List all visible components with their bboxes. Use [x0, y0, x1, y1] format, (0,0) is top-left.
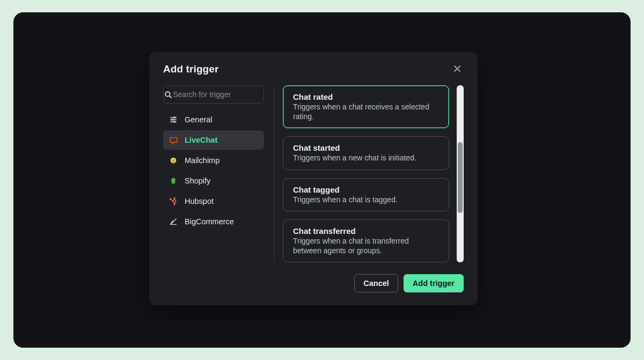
add-trigger-button[interactable]: Add trigger — [404, 274, 464, 292]
sidebar-item-shopify[interactable]: Shopify — [163, 171, 264, 190]
trigger-description: Triggers when a chat is tagged. — [293, 195, 439, 205]
sliders-icon — [169, 115, 178, 124]
chat-icon — [169, 135, 178, 145]
svg-point-3 — [174, 121, 175, 123]
category-list: General LiveChat Mailchimp — [163, 110, 264, 231]
modal-body: General LiveChat Mailchimp — [149, 85, 478, 263]
trigger-title: Chat rated — [293, 92, 439, 101]
sidebar-item-label: BigCommerce — [185, 217, 234, 226]
sidebar-item-bigcommerce[interactable]: BigCommerce — [163, 212, 264, 231]
sidebar-item-hubspot[interactable]: Hubspot — [163, 192, 264, 211]
close-icon — [453, 64, 462, 75]
svg-point-6 — [174, 159, 175, 160]
trigger-card-chat-tagged[interactable]: Chat tagged Triggers when a chat is tagg… — [283, 178, 449, 212]
modal-header: Add trigger — [149, 52, 478, 85]
sidebar-item-label: LiveChat — [185, 136, 217, 144]
trigger-description: Triggers when a chat is transferred betw… — [293, 237, 439, 255]
svg-point-7 — [173, 200, 175, 202]
scrollbar-thumb[interactable] — [458, 142, 463, 213]
trigger-card-chat-transferred[interactable]: Chat transferred Triggers when a chat is… — [283, 219, 449, 262]
sidebar-item-label: Mailchimp — [185, 156, 219, 165]
svg-point-5 — [172, 159, 173, 160]
svg-point-1 — [174, 117, 175, 119]
trigger-card-chat-started[interactable]: Chat started Triggers when a new chat is… — [283, 136, 449, 170]
hubspot-icon — [169, 196, 178, 206]
trigger-list: Chat rated Triggers when a chat receives… — [283, 85, 449, 262]
svg-point-9 — [174, 197, 175, 199]
sidebar-item-livechat[interactable]: LiveChat — [163, 130, 264, 150]
app-backdrop: Add trigger — [13, 12, 631, 348]
search-input[interactable] — [173, 86, 267, 103]
sidebar-item-label: Shopify — [185, 177, 210, 185]
bigcommerce-icon — [169, 217, 178, 226]
svg-point-4 — [171, 158, 177, 164]
trigger-title: Chat started — [293, 143, 439, 152]
modal-title: Add trigger — [163, 63, 219, 75]
trigger-card-chat-rated[interactable]: Chat rated Triggers when a chat receives… — [283, 85, 449, 128]
sidebar-item-general[interactable]: General — [163, 110, 264, 129]
add-trigger-modal: Add trigger — [149, 52, 478, 305]
svg-point-2 — [172, 119, 173, 121]
trigger-title: Chat transferred — [293, 226, 439, 236]
trigger-panel: Chat rated Triggers when a chat receives… — [283, 85, 464, 262]
close-button[interactable] — [451, 63, 464, 76]
trigger-description: Triggers when a chat receives a selected… — [293, 102, 439, 121]
sidebar-item-mailchimp[interactable]: Mailchimp — [163, 151, 264, 170]
cancel-button[interactable]: Cancel — [354, 274, 398, 292]
sidebar-item-label: Hubspot — [185, 197, 214, 205]
search-icon — [164, 90, 173, 99]
svg-point-8 — [170, 199, 171, 200]
mailchimp-icon — [169, 156, 178, 165]
vertical-divider — [274, 85, 274, 262]
search-field[interactable] — [163, 85, 264, 104]
sidebar: General LiveChat Mailchimp — [163, 85, 264, 263]
svg-point-10 — [174, 204, 175, 205]
trigger-description: Triggers when a new chat is initiated. — [293, 153, 439, 163]
sidebar-item-label: General — [185, 115, 213, 124]
scrollbar[interactable] — [457, 85, 464, 262]
shopify-icon — [169, 176, 178, 186]
trigger-title: Chat tagged — [293, 185, 439, 194]
modal-footer: Cancel Add trigger — [149, 263, 478, 305]
